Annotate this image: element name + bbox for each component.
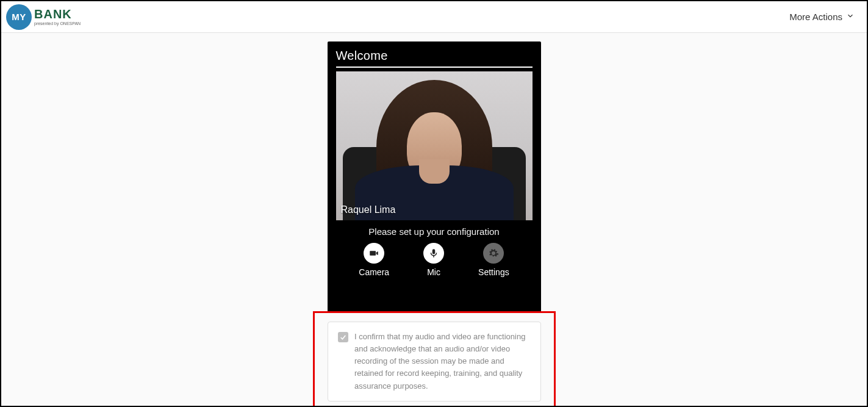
settings-label: Settings [478, 267, 509, 277]
consent-text: I confirm that my audio and video are fu… [354, 331, 531, 392]
video-preview: Raquel Lima [336, 71, 533, 220]
page-main: Welcome Raquel Lima Please set up your c… [1, 33, 867, 406]
gear-icon [483, 243, 504, 264]
device-controls: Camera Mic Settings [336, 243, 533, 282]
logo-circle: MY [6, 4, 32, 30]
chevron-down-icon [846, 12, 855, 22]
welcome-title: Welcome [336, 49, 533, 68]
mic-label: Mic [427, 267, 440, 277]
camera-icon [364, 243, 384, 264]
logo-subtitle: presented by ONESPAN [34, 21, 81, 26]
settings-button[interactable]: Settings [478, 243, 509, 277]
logo: MY BANK presented by ONESPAN [6, 4, 81, 30]
highlight-box: I confirm that my audio and video are fu… [313, 311, 556, 407]
mic-icon [423, 243, 444, 264]
camera-label: Camera [359, 267, 389, 277]
app-header: MY BANK presented by ONESPAN More Action… [1, 1, 867, 33]
participant-name-overlay: Raquel Lima [341, 204, 396, 215]
more-actions-label: More Actions [789, 12, 842, 22]
consent-checkbox[interactable] [338, 332, 348, 342]
config-prompt: Please set up your configuration [336, 226, 533, 237]
camera-toggle[interactable]: Camera [359, 243, 389, 277]
logo-bank-text: BANK [34, 8, 81, 20]
logo-text-wrap: BANK presented by ONESPAN [34, 8, 81, 26]
mic-toggle[interactable]: Mic [423, 243, 444, 277]
consent-box: I confirm that my audio and video are fu… [328, 322, 541, 402]
more-actions-menu[interactable]: More Actions [789, 12, 855, 22]
